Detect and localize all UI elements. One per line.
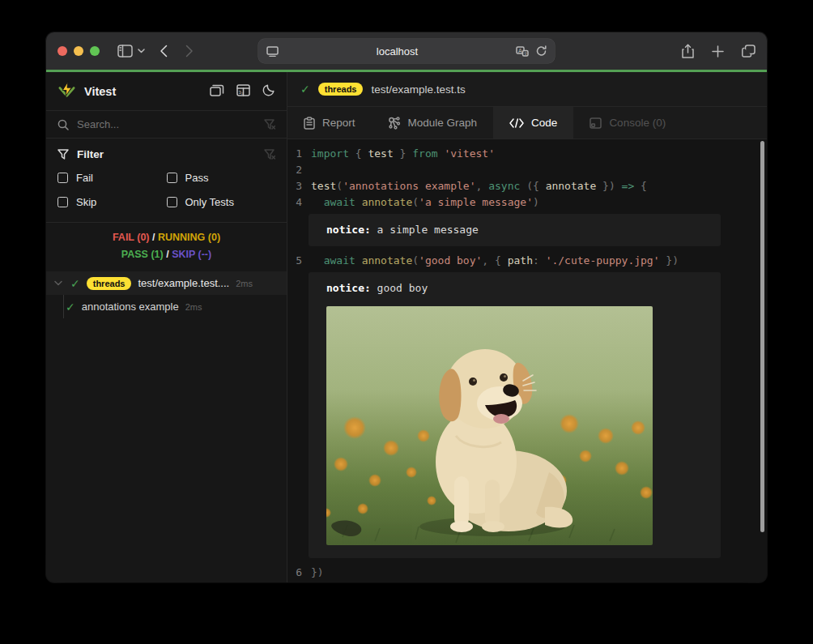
code-line: 1import { test } from 'vitest' (287, 146, 767, 162)
pass-check-icon: ✓ (70, 277, 80, 290)
pool-badge: threads (318, 83, 364, 96)
notice-text: a simple message (371, 224, 479, 236)
line-number: 6 (287, 565, 302, 581)
main-panel: ✓ threads test/example.test.ts Report Mo… (287, 72, 767, 582)
file-header: ✓ threads test/example.test.ts (287, 72, 767, 107)
checkbox-icon (57, 173, 68, 183)
sidebar: Vitest 3₁ (46, 72, 287, 582)
code-line: 3test('annotations example', async ({ an… (287, 178, 767, 194)
pass-count: PASS (1) (121, 249, 164, 260)
page-icon (266, 46, 279, 57)
svg-text:3₁: 3₁ (239, 90, 243, 95)
view-tabs: Report Module Graph Code (287, 107, 767, 139)
annotation-attachment-image-cute-puppy (326, 306, 653, 545)
test-file-name: test/example.test.... (138, 277, 229, 289)
address-bar[interactable]: localhost A文 (258, 39, 555, 63)
tab-overview-icon[interactable] (742, 45, 756, 58)
graph-icon (388, 117, 401, 130)
svg-text:A: A (518, 47, 522, 53)
notice-label: notice: (326, 282, 371, 294)
chevron-down-icon[interactable] (54, 279, 64, 288)
filter-checkbox-pass[interactable]: Pass (167, 165, 276, 190)
line-number: 1 (287, 146, 302, 162)
notice-text: good boy (371, 282, 428, 294)
svg-text:文: 文 (524, 51, 528, 56)
skip-count: SKIP (--) (172, 249, 211, 260)
code-text: test('annotations example', async ({ ann… (311, 178, 647, 194)
code-lines: 1import { test } from 'vitest'23test('an… (287, 139, 767, 581)
running-count: RUNNING (0) (158, 232, 220, 243)
browser-toolbar: localhost A文 (46, 32, 767, 70)
test-case-duration: 2ms (185, 302, 202, 312)
checkbox-icon (167, 173, 177, 183)
checkbox-icon (167, 197, 177, 207)
code-scrollbar-thumb[interactable] (760, 141, 764, 532)
vitest-logo-icon (57, 81, 76, 102)
fail-count: FAIL (0) (113, 232, 150, 243)
filter-checkbox-fail[interactable]: Fail (57, 165, 167, 190)
code-text: }) (311, 565, 324, 581)
tab-code[interactable]: Code (493, 107, 573, 139)
reload-icon[interactable] (536, 45, 547, 57)
test-file-row[interactable]: ✓ threads test/example.test.... 2ms (46, 271, 287, 295)
line-number: 2 (287, 162, 302, 178)
search-icon (57, 119, 69, 130)
app-title: Vitest (84, 85, 202, 98)
tab-console[interactable]: Console (0) (573, 107, 682, 139)
pass-check-icon: ✓ (66, 301, 75, 313)
funnel-icon (57, 149, 69, 160)
annotation-notice: notice: a simple message (309, 214, 721, 246)
open-file-path: test/example.test.ts (371, 83, 465, 96)
url-text: localhost (279, 45, 516, 58)
pass-check-icon: ✓ (300, 83, 310, 96)
sidebar-toggle-button[interactable] (117, 45, 133, 58)
back-button[interactable] (153, 41, 174, 61)
console-icon (590, 117, 602, 129)
pool-badge: threads (87, 277, 132, 290)
new-tab-icon[interactable] (712, 45, 724, 58)
report-panel-icon[interactable]: 3₁ (236, 83, 250, 99)
code-line: 5 await annotate('good boy', { path: './… (287, 253, 767, 269)
tab-report[interactable]: Report (287, 107, 372, 139)
test-case-name: annotations example (82, 301, 179, 313)
browser-window: localhost A文 (46, 32, 767, 582)
clear-filter-icon[interactable] (264, 149, 275, 160)
code-line: 6}) (287, 565, 767, 581)
sidebar-menu-chevron-icon[interactable] (138, 49, 145, 53)
dark-mode-moon-icon[interactable] (262, 83, 275, 99)
code-text: await annotate('good boy', { path: './cu… (311, 253, 679, 269)
translate-icon[interactable]: A文 (516, 46, 529, 57)
code-icon (509, 118, 524, 128)
filter-checkbox-only-tests[interactable]: Only Tests (167, 190, 276, 214)
close-window-button[interactable] (57, 46, 67, 56)
indent-guide (63, 295, 64, 318)
code-line: 2 (287, 162, 767, 178)
line-number: 3 (287, 178, 302, 194)
annotation-notice: notice: good boy (309, 272, 721, 558)
filter-checkbox-skip[interactable]: Skip (57, 190, 167, 214)
code-text: import { test } from 'vitest' (311, 146, 495, 162)
line-number: 4 (287, 194, 302, 211)
search-input[interactable] (77, 118, 256, 130)
zoom-window-button[interactable] (90, 46, 100, 56)
code-viewer: 1import { test } from 'vitest'23test('an… (287, 139, 767, 582)
traffic-lights (57, 46, 100, 56)
test-status-summary: FAIL (0) / RUNNING (0) PASS (1) / SKIP (… (46, 223, 287, 271)
test-file-duration: 2ms (236, 279, 253, 288)
code-line: 4 await annotate('a simple message') (287, 194, 767, 211)
dashboard-windows-icon[interactable] (210, 83, 224, 99)
line-number: 5 (287, 253, 302, 269)
checkbox-icon (57, 197, 68, 207)
forward-button[interactable] (179, 41, 200, 61)
notice-label: notice: (326, 224, 371, 236)
clear-search-filter-icon[interactable] (264, 119, 275, 130)
share-icon[interactable] (682, 44, 694, 58)
test-case-row[interactable]: ✓ annotations example 2ms (46, 295, 287, 318)
code-text: await annotate('a simple message') (311, 194, 539, 211)
minimize-window-button[interactable] (74, 46, 83, 56)
tab-module-graph[interactable]: Module Graph (372, 107, 494, 139)
filter-section-label: Filter (77, 148, 256, 160)
clipboard-icon (304, 117, 315, 130)
